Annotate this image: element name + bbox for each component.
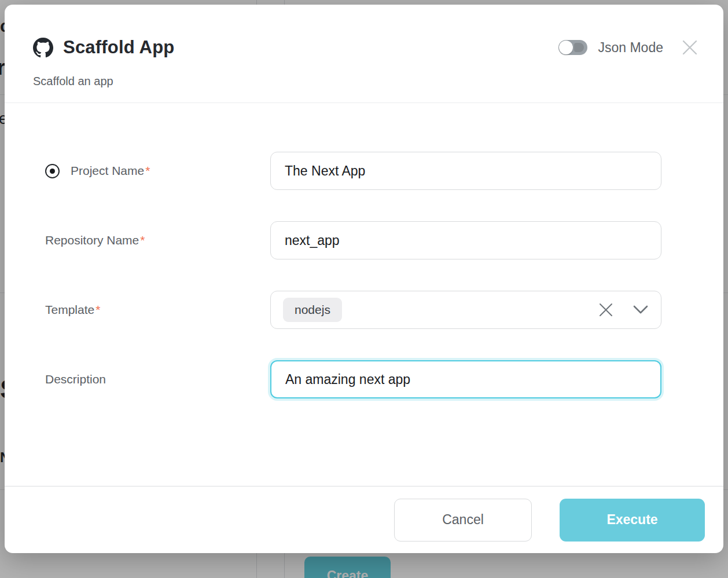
form-row-project-name: Project Name*: [45, 152, 723, 190]
project-name-input[interactable]: [270, 152, 661, 190]
template-chip: nodejs: [283, 298, 342, 322]
label-text: Project Name: [71, 164, 144, 178]
label-text: Template: [45, 303, 94, 317]
template-select[interactable]: nodejs: [270, 291, 661, 329]
label-text: Description: [45, 372, 106, 386]
repository-name-input[interactable]: [270, 221, 661, 259]
execute-button[interactable]: Execute: [560, 499, 705, 542]
dialog-header: Scaffold App Json Mode: [5, 5, 723, 58]
label-text: Repository Name: [45, 233, 139, 247]
scaffold-app-dialog: Scaffold App Json Mode Scaffold an app P…: [5, 5, 723, 553]
toggle-knob: [559, 41, 573, 54]
json-mode-toggle[interactable]: [558, 40, 587, 55]
template-label: Template*: [45, 303, 270, 317]
project-name-label: Project Name*: [45, 164, 270, 178]
radio-selected-icon[interactable]: [45, 164, 60, 178]
form-row-template: Template* nodejs: [45, 291, 723, 329]
required-asterisk: *: [140, 233, 145, 247]
close-icon[interactable]: [679, 37, 700, 58]
dialog-subtitle: Scaffold an app: [33, 75, 700, 88]
toggle-track-inner: [574, 43, 584, 52]
github-icon: [33, 38, 53, 58]
cancel-button[interactable]: Cancel: [394, 499, 532, 542]
dialog-form: Project Name* Repository Name* Template*…: [5, 103, 723, 486]
required-asterisk: *: [95, 303, 100, 317]
clear-icon[interactable]: [597, 301, 615, 319]
form-row-description: Description: [45, 360, 723, 398]
dialog-footer: Cancel Execute: [5, 486, 723, 553]
chevron-down-icon[interactable]: [633, 305, 648, 314]
required-asterisk: *: [145, 164, 150, 178]
form-row-repository-name: Repository Name*: [45, 221, 723, 259]
dialog-title: Scaffold App: [63, 37, 174, 58]
json-mode-label: Json Mode: [598, 40, 663, 56]
description-input[interactable]: [270, 360, 661, 398]
repository-name-label: Repository Name*: [45, 233, 270, 247]
radio-dot: [50, 169, 55, 174]
description-label: Description: [45, 372, 270, 386]
